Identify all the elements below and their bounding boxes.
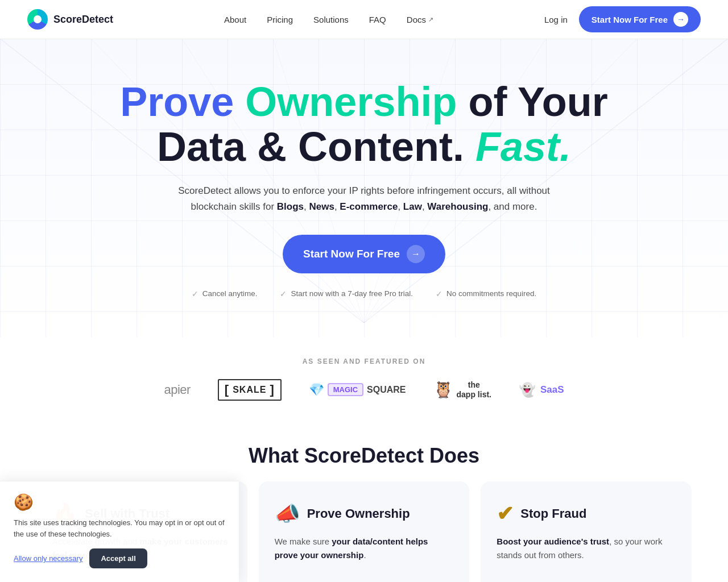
checkmark-heavy-icon: ✔ xyxy=(497,502,514,526)
checkmark-icon: ✓ xyxy=(280,289,287,298)
card-prove-ownership-text: We make sure your data/content helps pro… xyxy=(275,535,454,562)
owl-icon: 🦉 xyxy=(433,380,453,399)
hero-checks-list: ✓ Cancel anytime. ✓ Start now with a 7-d… xyxy=(14,289,714,298)
logo-apier: apier xyxy=(164,383,190,397)
hero-section: Prove Ownership of Your Data & Content. … xyxy=(0,39,728,337)
card-stop-fraud-title: ✔ Stop Fraud xyxy=(497,502,676,526)
cookie-accept-all-button[interactable]: Accept all xyxy=(89,548,147,568)
nav-pricing[interactable]: Pricing xyxy=(267,15,293,24)
nav-links: About Pricing Solutions FAQ Docs ↗ xyxy=(224,15,433,24)
check-no-commitments: ✓ No commitments required. xyxy=(436,289,536,298)
headline-prove: Prove xyxy=(120,79,245,124)
card-stop-fraud: ✔ Stop Fraud Boost your audience's trust… xyxy=(481,481,692,582)
cookie-text: This site uses tracking technologies. Yo… xyxy=(14,517,225,539)
logo-dapp-list: 🦉 thedapp list. xyxy=(433,380,491,400)
nav-docs[interactable]: Docs ↗ xyxy=(407,15,433,24)
card-prove-ownership: 📣 Prove Ownership We make sure your data… xyxy=(259,481,470,582)
magic-label: MAGIC xyxy=(328,383,363,396)
featured-logos-row: apier [SKALE] 💎 MAGIC SQUARE 🦉 thedapp l… xyxy=(14,379,714,401)
hero-headline: Prove Ownership of Your Data & Content. … xyxy=(14,80,714,169)
logo[interactable]: ScoreDetect xyxy=(27,9,113,30)
cta-arrow-icon: → xyxy=(673,12,688,27)
hero-subtitle: ScoreDetect allows you to enforce your I… xyxy=(171,183,557,214)
hero-cta-button[interactable]: Start Now For Free → xyxy=(283,235,445,273)
external-link-icon: ↗ xyxy=(428,16,433,23)
card-prove-ownership-title: 📣 Prove Ownership xyxy=(275,502,454,526)
nav-right: Log in Start Now For Free → xyxy=(544,6,701,32)
cookie-icon: 🍪 xyxy=(14,493,225,512)
gem-icon: 💎 xyxy=(309,383,324,397)
logo-saas: 👻 SaaS xyxy=(519,382,564,398)
card-stop-fraud-text: Boost your audience's trust, so your wor… xyxy=(497,535,676,562)
logo-text: ScoreDetect xyxy=(53,14,113,26)
nav-solutions[interactable]: Solutions xyxy=(313,15,349,24)
cookie-allow-necessary-button[interactable]: Allow only necessary xyxy=(14,554,82,563)
headline-of-your: of Your xyxy=(468,79,607,124)
headline-fast: Fast. xyxy=(475,124,571,169)
nav-cta-button[interactable]: Start Now For Free → xyxy=(579,6,701,32)
logo-skale: [SKALE] xyxy=(218,379,282,401)
nav-about[interactable]: About xyxy=(224,15,246,24)
headline-ownership: Ownership xyxy=(245,79,457,124)
ghost-icon: 👻 xyxy=(519,382,536,398)
navbar: ScoreDetect About Pricing Solutions FAQ … xyxy=(0,0,728,39)
what-section-title: What ScoreDetect Does xyxy=(0,417,728,481)
featured-section: AS SEEN AND FEATURED ON apier [SKALE] 💎 … xyxy=(0,337,728,417)
checkmark-icon: ✓ xyxy=(192,289,198,298)
nav-faq[interactable]: FAQ xyxy=(369,15,386,24)
hero-cta-arrow-icon: → xyxy=(407,245,425,263)
check-cancel: ✓ Cancel anytime. xyxy=(192,289,258,298)
checkmark-icon: ✓ xyxy=(436,289,442,298)
check-trial: ✓ Start now with a 7-day free Pro trial. xyxy=(280,289,413,298)
login-link[interactable]: Log in xyxy=(544,15,568,24)
cookie-banner: 🍪 This site uses tracking technologies. … xyxy=(0,481,239,582)
headline-data: Data & Content. xyxy=(157,124,475,169)
logo-magic-square: 💎 MAGIC SQUARE xyxy=(309,383,406,397)
featured-label: AS SEEN AND FEATURED ON xyxy=(14,357,714,365)
hero-content: Prove Ownership of Your Data & Content. … xyxy=(14,80,714,298)
cookie-buttons: Allow only necessary Accept all xyxy=(14,548,225,568)
megaphone-icon: 📣 xyxy=(275,502,300,526)
logo-icon xyxy=(27,9,48,30)
